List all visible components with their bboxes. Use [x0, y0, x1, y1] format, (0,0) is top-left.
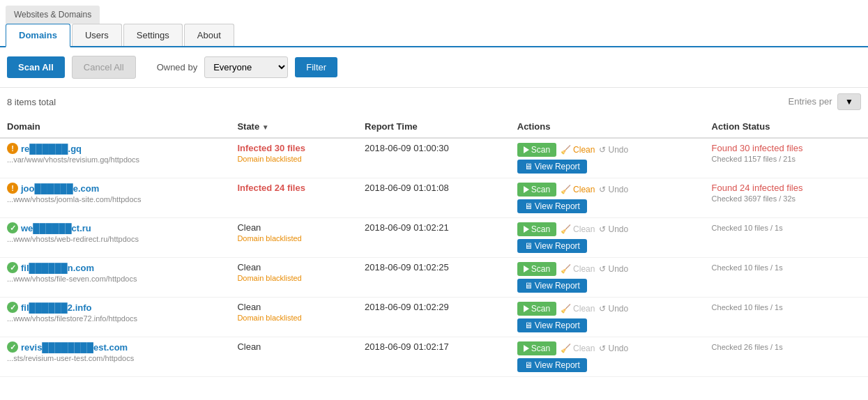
report-time-cell: 2018-06-09 01:02:29	[358, 298, 510, 337]
domain-cell: ✓ fil██████n.com ...www/vhosts/file-seve…	[0, 258, 230, 298]
domain-anchor[interactable]: re██████.gq	[21, 144, 82, 154]
scan-all-button[interactable]: Scan All	[7, 56, 65, 78]
clean-icon: ✓	[7, 262, 18, 273]
filter-button[interactable]: Filter	[295, 57, 337, 77]
clean-label: Clean	[573, 185, 595, 194]
scan-button[interactable]: Scan	[517, 143, 556, 157]
undo-icon: ↺	[599, 304, 606, 314]
action-status-infected: Found 30 infected files	[712, 143, 803, 153]
domains-table: Domain State ▼ Report Time Actions Actio…	[0, 116, 868, 377]
view-report-button[interactable]: 🖥 View Report	[517, 279, 587, 293]
scan-label: Scan	[531, 304, 550, 314]
scan-label: Scan	[531, 185, 550, 194]
owned-by-label: Owned by	[157, 62, 198, 72]
tab-settings[interactable]: Settings	[123, 24, 183, 46]
view-report-button[interactable]: 🖥 View Report	[517, 239, 587, 253]
tabs-container: Domains Users Settings About	[0, 24, 868, 47]
scan-button[interactable]: Scan	[517, 302, 556, 316]
domain-link[interactable]: ✓ we██████ct.ru	[7, 222, 223, 233]
clean-icon: ✓	[7, 222, 18, 233]
actions-cell: Scan 🧹 Clean ↺ Undo 🖥 View Report	[510, 298, 705, 337]
domain-link[interactable]: ✓ fil██████2.info	[7, 302, 223, 313]
tab-users[interactable]: Users	[72, 24, 122, 46]
action-row-main: Scan 🧹 Clean ↺ Undo	[517, 341, 698, 355]
action-row-main: Scan 🧹 Clean ↺ Undo	[517, 262, 698, 276]
cancel-all-button[interactable]: Cancel All	[72, 56, 136, 79]
action-status-cell: Found 30 infected filesChecked 1157 file…	[705, 138, 868, 178]
undo-button[interactable]: ↺ Undo	[599, 264, 628, 274]
clean-button: 🧹 Clean	[561, 344, 595, 353]
undo-button[interactable]: ↺ Undo	[599, 344, 628, 353]
domain-anchor[interactable]: fil██████2.info	[21, 302, 91, 313]
domain-cell: ✓ fil██████2.info ...www/vhosts/filestor…	[0, 298, 230, 337]
view-report-button[interactable]: 🖥 View Report	[517, 318, 587, 332]
domain-link[interactable]: ! joo██████e.com	[7, 183, 223, 194]
clean-button[interactable]: 🧹 Clean	[561, 185, 595, 194]
view-report-label: View Report	[535, 360, 580, 370]
domain-link[interactable]: ✓ revis████████est.com	[7, 341, 223, 353]
table-header-row: Domain State ▼ Report Time Actions Actio…	[0, 116, 868, 138]
undo-button[interactable]: ↺ Undo	[599, 304, 628, 314]
action-status-cell: Checked 10 files / 1s	[705, 218, 868, 258]
undo-label: Undo	[608, 145, 628, 155]
action-status-sub: Checked 10 files / 1s	[712, 224, 783, 232]
state-label: Clean	[237, 302, 261, 312]
col-action-status: Action Status	[705, 116, 868, 138]
state-cell: Clean Domain blacklisted	[230, 298, 358, 337]
view-report-button[interactable]: 🖥 View Report	[517, 358, 587, 372]
table-row: ✓ fil██████2.info ...www/vhosts/filestor…	[0, 298, 868, 337]
undo-button[interactable]: ↺ Undo	[599, 145, 628, 155]
action-status-sub: Checked 3697 files / 32s	[712, 194, 795, 203]
broom-icon: 🧹	[561, 145, 571, 155]
view-report-button[interactable]: 🖥 View Report	[517, 199, 587, 213]
action-row-main: Scan 🧹 Clean ↺ Undo	[517, 302, 698, 316]
action-status-sub: Checked 10 files / 1s	[712, 303, 783, 311]
action-status-cell: Checked 26 files / 1s	[705, 337, 868, 377]
domain-anchor[interactable]: we██████ct.ru	[21, 223, 91, 233]
undo-label: Undo	[608, 304, 628, 314]
report-icon: 🖥	[524, 241, 533, 251]
view-report-button[interactable]: 🖥 View Report	[517, 160, 587, 174]
tab-domains[interactable]: Domains	[6, 24, 70, 47]
action-status-sub: Checked 10 files / 1s	[712, 263, 783, 272]
report-icon: 🖥	[524, 201, 533, 211]
domain-link[interactable]: ! re██████.gq	[7, 143, 223, 154]
domain-anchor[interactable]: revis████████est.com	[21, 342, 128, 353]
clean-label: Clean	[573, 224, 595, 234]
domain-path: ...www/vhosts/web-redirect.ru/httpdocs	[7, 235, 223, 243]
scan-button[interactable]: Scan	[517, 341, 556, 355]
undo-button[interactable]: ↺ Undo	[599, 224, 628, 234]
entries-per-button[interactable]: ▼	[837, 93, 861, 110]
report-icon: 🖥	[524, 162, 533, 171]
entries-per-label: Entries per ▼	[789, 93, 861, 110]
state-label: Clean	[237, 341, 261, 352]
scan-button[interactable]: Scan	[517, 262, 556, 276]
clean-label: Clean	[573, 344, 595, 353]
state-cell: Infected 24 files	[230, 178, 358, 218]
domain-cell: ! joo██████e.com ...www/vhosts/joomla-si…	[0, 178, 230, 218]
undo-label: Undo	[608, 344, 628, 353]
action-row-report: 🖥 View Report	[517, 239, 698, 253]
action-row-main: Scan 🧹 Clean ↺ Undo	[517, 183, 698, 197]
scan-button[interactable]: Scan	[517, 183, 556, 197]
undo-icon: ↺	[599, 224, 606, 234]
tab-about[interactable]: About	[184, 24, 234, 46]
owner-select[interactable]: Everyone Admin User1	[204, 56, 288, 78]
clean-label: Clean	[573, 264, 595, 274]
undo-button[interactable]: ↺ Undo	[599, 185, 628, 194]
table-row: ! joo██████e.com ...www/vhosts/joomla-si…	[0, 178, 868, 218]
blacklisted-label: Domain blacklisted	[237, 274, 301, 282]
view-report-label: View Report	[535, 241, 580, 251]
action-row-main: Scan 🧹 Clean ↺ Undo	[517, 143, 698, 157]
domain-link[interactable]: ✓ fil██████n.com	[7, 262, 223, 273]
domain-anchor[interactable]: joo██████e.com	[21, 183, 99, 194]
undo-label: Undo	[608, 224, 628, 234]
undo-icon: ↺	[599, 344, 606, 353]
table-row: ! re██████.gq ...var/www/vhosts/revisium…	[0, 138, 868, 178]
clean-button[interactable]: 🧹 Clean	[561, 145, 595, 155]
col-state[interactable]: State ▼	[230, 116, 358, 138]
domain-anchor[interactable]: fil██████n.com	[21, 263, 94, 273]
domain-path: ...www/vhosts/filestore72.info/httpdocs	[7, 314, 223, 323]
report-time-cell: 2018-06-09 01:02:25	[358, 258, 510, 298]
scan-button[interactable]: Scan	[517, 222, 556, 236]
